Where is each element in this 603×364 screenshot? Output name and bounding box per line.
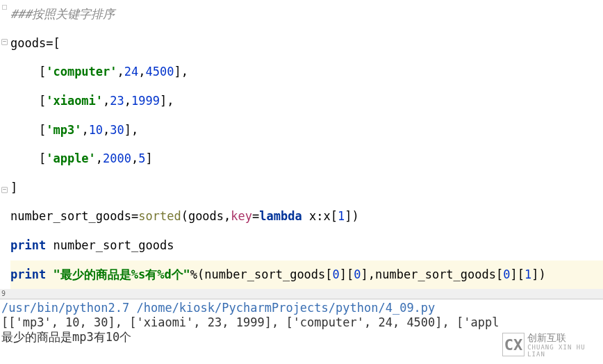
code-line: ] <box>10 174 603 203</box>
code-line: goods=[ <box>10 29 603 58</box>
code-editor[interactable]: ###按照关键字排序 goods=[ ['computer',24,4500],… <box>0 0 603 289</box>
watermark: CX 创新互联 CHUANG XIN HU LIAN <box>502 331 603 358</box>
watermark-sub: CHUANG XIN HU LIAN <box>527 344 603 358</box>
comment-text: ###按照关键字排序 <box>10 7 115 21</box>
watermark-brand: 创新互联 <box>527 332 603 344</box>
code-line: number_sort_goods=sorted(goods,key=lambd… <box>10 202 603 231</box>
code-line: ###按照关键字排序 <box>10 0 603 29</box>
code-line: ['computer',24,4500], <box>10 58 603 87</box>
output-line: [['mp3', 10, 30], ['xiaomi', 23, 1999], … <box>1 315 602 330</box>
code-line: ['mp3',10,30], <box>10 116 603 145</box>
code-line-active: print "最少的商品是%s有%d个"%(number_sort_goods[… <box>10 260 603 290</box>
code-line: ['xiaomi',23,1999], <box>10 87 603 116</box>
gutter <box>0 0 10 289</box>
status-bar: 9 <box>0 289 603 299</box>
watermark-logo-icon: CX <box>502 333 524 356</box>
run-command: /usr/bin/python2.7 /home/kiosk/PycharmPr… <box>1 301 602 315</box>
code-line: print number_sort_goods <box>10 231 603 260</box>
code-line: ['apple',2000,5] <box>10 144 603 174</box>
